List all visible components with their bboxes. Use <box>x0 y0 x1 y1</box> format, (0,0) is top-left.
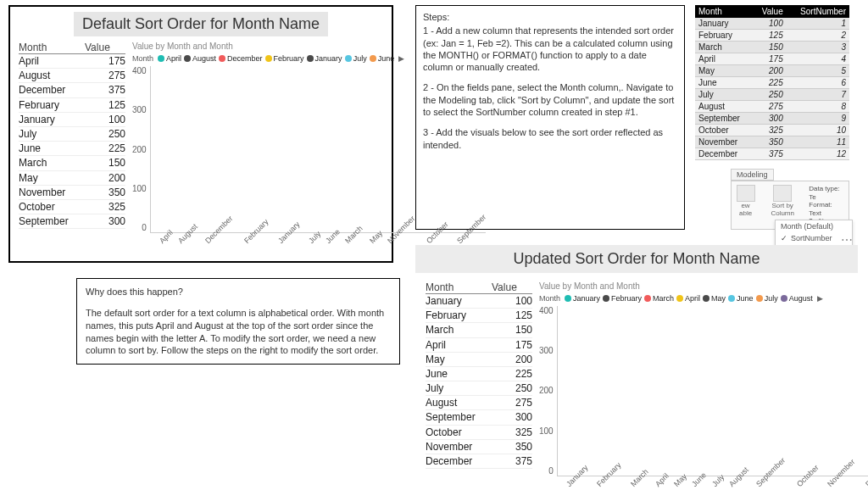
list-header-month: Month <box>426 281 492 293</box>
list-item: January100 <box>19 113 125 127</box>
table-row: March1503 <box>695 42 849 53</box>
legend-scroll-right-icon[interactable]: ▶ <box>817 294 823 303</box>
list-item: December375 <box>19 83 125 97</box>
th-month: Month <box>695 5 753 18</box>
th-value: Value <box>753 5 786 18</box>
list-item: September300 <box>19 214 125 229</box>
legend-item: January <box>565 294 600 303</box>
list-item: June225 <box>426 367 532 381</box>
explain-question: Why does this happen? <box>86 286 391 298</box>
list-item: April175 <box>426 338 532 353</box>
legend-item: July <box>345 54 367 63</box>
updated-chart-title: Value by Month and Month <box>539 281 868 291</box>
table-row: June2256 <box>695 77 849 89</box>
legend-item: June <box>370 54 395 63</box>
table-row: July2507 <box>695 89 849 101</box>
updated-plot-area <box>557 306 868 476</box>
list-item: August275 <box>426 396 532 410</box>
explain-body: The default sort order for a text column… <box>86 307 391 357</box>
updated-legend: MonthJanuaryFebruaryMarchAprilMayJuneJul… <box>539 294 868 303</box>
table-row: October32510 <box>695 125 849 136</box>
table-row: November35011 <box>695 136 849 148</box>
menu-item-month[interactable]: Month (Default) <box>776 220 852 232</box>
panel-default-title: Default Sort Order for Month Name <box>74 12 328 36</box>
list-item: July250 <box>19 127 125 142</box>
legend-item: December <box>219 54 263 63</box>
th-sortnumber: SortNumber <box>787 5 849 18</box>
new-table-button[interactable]: ew able <box>735 185 756 225</box>
list-item: August275 <box>19 69 125 83</box>
legend-scroll-right-icon[interactable]: ▶ <box>398 54 404 63</box>
table-row: December37512 <box>695 148 849 160</box>
legend-item: July <box>756 294 778 303</box>
list-header-value: Value <box>492 281 517 293</box>
legend-label: Month <box>539 294 560 303</box>
legend-item: August <box>184 54 216 63</box>
default-chart: Value by Month and Month MonthAprilAugus… <box>132 42 486 256</box>
sort-number-table: Month Value SortNumber January1001Februa… <box>695 5 849 160</box>
format-label: Format: Text <box>809 201 845 217</box>
list-item: October325 <box>19 200 125 214</box>
explain-box: Why does this happen? The default sort o… <box>76 278 400 365</box>
panel-updated-title: Updated Sort Order for Month Name <box>415 245 858 273</box>
list-item: October325 <box>426 426 532 440</box>
list-item: September300 <box>426 410 532 425</box>
table-row: September3009 <box>695 113 849 125</box>
default-y-axis: 4003002001000 <box>132 66 150 232</box>
list-item: May200 <box>19 171 125 186</box>
legend-item: February <box>603 294 642 303</box>
legend-label: Month <box>132 54 153 63</box>
legend-item: January <box>307 54 342 63</box>
list-item: March150 <box>19 156 125 170</box>
steps-heading: Steps: <box>423 11 677 23</box>
updated-x-labels: JanuaryFebruaryMarchAprilMayJuneJulyAugu… <box>558 477 868 499</box>
list-header-value: Value <box>85 42 110 53</box>
default-plot-area <box>150 66 486 233</box>
sort-icon <box>773 185 792 202</box>
list-item: February125 <box>19 98 125 113</box>
list-item: January100 <box>426 294 532 309</box>
list-item: June225 <box>19 142 125 156</box>
data-type-label: Data type: Te <box>809 185 845 201</box>
table-row: April1754 <box>695 53 849 65</box>
table-icon <box>737 185 755 202</box>
legend-item: August <box>781 294 813 303</box>
list-item: February125 <box>426 309 532 323</box>
list-item: March150 <box>426 323 532 337</box>
legend-item: March <box>644 294 674 303</box>
list-header-month: Month <box>19 42 85 53</box>
table-row: February1252 <box>695 30 849 42</box>
list-item: July250 <box>426 381 532 396</box>
legend-item: April <box>158 54 181 63</box>
table-row: August2758 <box>695 101 849 113</box>
updated-y-axis: 4003002001000 <box>539 306 557 476</box>
list-item: December375 <box>426 454 532 469</box>
legend-item: May <box>703 294 726 303</box>
default-month-list: Month Value April175August275December375… <box>19 42 125 256</box>
list-item: May200 <box>426 353 532 367</box>
legend-item: June <box>728 294 754 303</box>
list-item: November350 <box>426 440 532 454</box>
list-item: November350 <box>19 186 125 200</box>
legend-item: February <box>265 54 304 63</box>
updated-chart: Value by Month and Month MonthJanuaryFeb… <box>539 281 868 499</box>
table-row: May2005 <box>695 65 849 77</box>
panel-updated-sort: ⋯ Updated Sort Order for Month Name Mont… <box>415 245 858 499</box>
panel-default-sort: Default Sort Order for Month Name Month … <box>8 5 393 263</box>
list-item: April175 <box>19 54 125 69</box>
updated-month-list: Month Value January100February125March15… <box>426 281 532 499</box>
table-row: January1001 <box>695 18 849 30</box>
modeling-tab[interactable]: Modeling <box>731 169 774 181</box>
modeling-screenshot: Modeling ew able Sort by Column Data typ… <box>731 169 849 230</box>
legend-item: April <box>676 294 700 303</box>
